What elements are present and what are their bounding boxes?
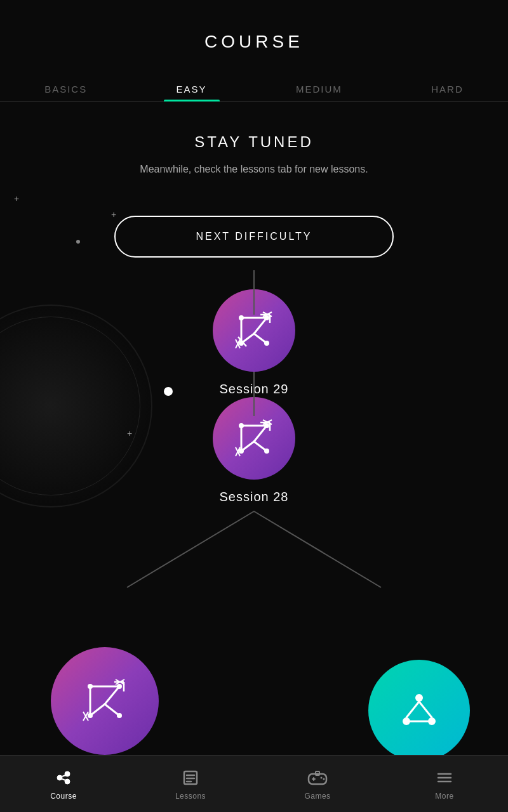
session-29-node[interactable]: Session 29 — [213, 289, 295, 396]
course-icon — [53, 768, 74, 788]
svg-line-59 — [62, 775, 65, 776]
svg-line-37 — [105, 686, 119, 704]
svg-line-6 — [254, 318, 267, 334]
tab-easy[interactable]: EASY — [164, 77, 220, 101]
svg-point-40 — [88, 684, 93, 689]
nav-more[interactable]: More — [381, 761, 508, 807]
strategy-icon-left — [83, 679, 127, 723]
sessions-area: Session 29 Session 28 — [0, 270, 508, 746]
svg-point-12 — [264, 341, 269, 346]
session-left-node[interactable] — [51, 647, 159, 765]
stay-tuned-section: STAY TUNED Meanwhile, check the lessons … — [0, 102, 508, 203]
lessons-icon — [180, 768, 201, 788]
stay-tuned-description: Meanwhile, check the lessons tab for new… — [38, 161, 470, 178]
svg-point-68 — [321, 776, 323, 778]
svg-line-53 — [406, 702, 419, 717]
next-difficulty-button[interactable]: NEXT DIFFICULTY — [114, 216, 394, 258]
svg-point-56 — [57, 775, 62, 780]
strategy-icon-28 — [235, 419, 273, 457]
svg-point-51 — [403, 717, 410, 725]
svg-line-38 — [90, 704, 105, 716]
dot-decoration — [76, 240, 80, 244]
network-icon-right — [397, 688, 441, 733]
svg-point-69 — [323, 778, 325, 780]
svg-line-2 — [127, 511, 254, 587]
games-icon — [307, 768, 328, 788]
session-29-circle — [213, 289, 295, 372]
session-28-label: Session 28 — [213, 490, 295, 504]
session-28-node[interactable]: Session 28 — [213, 397, 295, 504]
svg-point-42 — [88, 713, 93, 718]
tab-hard[interactable]: HARD — [418, 77, 476, 101]
nav-course[interactable]: Course — [0, 761, 127, 807]
path-dot — [164, 387, 173, 396]
session-left-circle — [51, 647, 159, 755]
session-right-circle — [368, 660, 470, 761]
svg-point-9 — [239, 315, 244, 320]
nav-lessons-label: Lessons — [175, 792, 206, 801]
svg-line-54 — [419, 702, 432, 717]
svg-point-50 — [415, 694, 423, 702]
stay-tuned-title: STAY TUNED — [38, 133, 470, 151]
svg-point-52 — [428, 717, 436, 725]
svg-point-28 — [264, 449, 269, 454]
svg-line-39 — [105, 704, 119, 716]
svg-line-3 — [254, 511, 381, 587]
svg-line-22 — [254, 426, 267, 442]
tab-medium[interactable]: MEDIUM — [283, 77, 355, 101]
tab-basics[interactable]: BASICS — [32, 77, 100, 101]
svg-point-25 — [239, 423, 244, 428]
nav-more-label: More — [435, 792, 453, 801]
page-header: COURSE — [0, 0, 508, 65]
bottom-navigation: Course Lessons Games — [0, 755, 508, 812]
nav-course-label: Course — [50, 792, 77, 801]
session-29-label: Session 29 — [213, 382, 295, 396]
svg-line-60 — [62, 779, 65, 780]
more-icon — [434, 768, 455, 788]
strategy-icon-29 — [235, 311, 273, 350]
svg-point-41 — [117, 684, 122, 689]
nav-games-label: Games — [304, 792, 330, 801]
star-decoration: + — [111, 209, 116, 219]
session-28-circle — [213, 397, 295, 480]
nav-lessons[interactable]: Lessons — [127, 761, 254, 807]
tabs-container: BASICS EASY MEDIUM HARD — [0, 65, 508, 102]
svg-point-43 — [117, 713, 122, 718]
page-title: COURSE — [0, 32, 508, 52]
nav-games[interactable]: Games — [254, 761, 381, 807]
